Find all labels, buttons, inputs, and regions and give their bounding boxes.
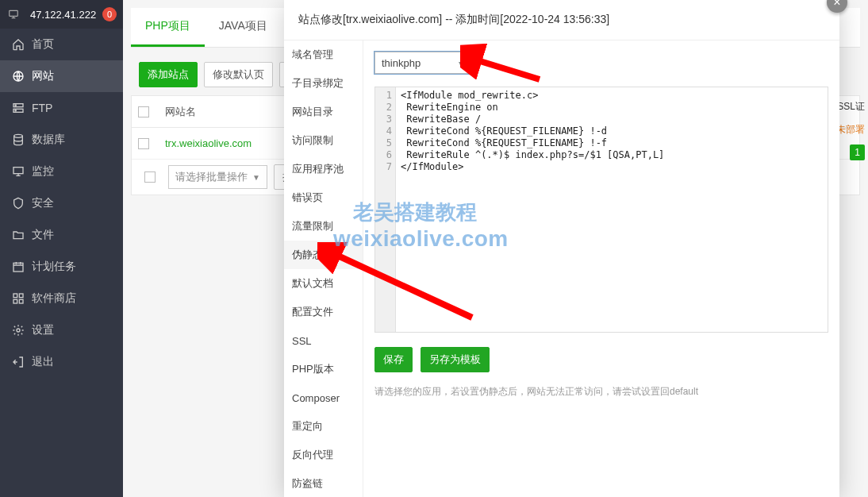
save-as-template-button[interactable]: 另存为模板 <box>421 347 490 372</box>
modal-content: thinkphp ▾ 1 2 3 4 5 6 7 <IfModule mod_r… <box>363 40 839 497</box>
shield-icon <box>11 196 25 210</box>
svg-rect-9 <box>13 294 17 298</box>
sidebar-item-label: 数据库 <box>32 133 65 147</box>
site-name-link[interactable]: trx.weixiaolive.com <box>156 137 261 149</box>
hint-text: 请选择您的应用，若设置伪静态后，网站无法正常访问，请尝试设置回default <box>374 385 828 399</box>
modal-side-item[interactable]: 子目录绑定 <box>284 69 363 98</box>
sidebar-item-label: 网站 <box>32 69 54 83</box>
svg-point-13 <box>17 329 20 332</box>
modal-side-item[interactable]: 重定向 <box>284 412 363 441</box>
sidebar-item-label: 软件商店 <box>32 291 76 306</box>
sidebar-item-label: 文件 <box>32 228 54 242</box>
dropdown-value: thinkphp <box>382 57 421 69</box>
rewrite-template-select[interactable]: thinkphp ▾ <box>374 52 470 74</box>
page-number[interactable]: 1 <box>850 144 865 160</box>
globe-icon <box>11 69 25 83</box>
col-sitename[interactable]: 网站名 <box>156 105 205 119</box>
monitor-icon <box>6 7 21 21</box>
svg-rect-11 <box>13 299 17 303</box>
sidebar-item-globe[interactable]: 网站 <box>0 60 123 92</box>
line-gutter: 1 2 3 4 5 6 7 <box>375 87 396 332</box>
checkbox-all[interactable] <box>138 106 149 118</box>
tab-PHP项目[interactable]: PHP项目 <box>131 8 205 47</box>
sidebar-item-ftp[interactable]: FTP <box>0 92 123 124</box>
sidebar-item-exit[interactable]: 退出 <box>0 346 123 378</box>
sidebar-item-apps[interactable]: 软件商店 <box>0 283 123 314</box>
home-icon <box>11 37 25 52</box>
modal-side-item[interactable]: 反向代理 <box>284 441 363 469</box>
modal-sidebar: 域名管理子目录绑定网站目录访问限制应用程序池错误页流量限制伪静态默认文档配置文件… <box>284 40 363 497</box>
modal-side-item[interactable]: PHP版本 <box>284 355 363 383</box>
code-text[interactable]: <IfModule mod_rewrite.c> RewriteEngine o… <box>396 87 828 332</box>
svg-rect-7 <box>13 168 23 174</box>
edit-default-button[interactable]: 修改默认页 <box>204 62 273 87</box>
sidebar-item-db[interactable]: 数据库 <box>0 124 123 156</box>
svg-rect-10 <box>19 294 23 298</box>
monitor-icon <box>11 164 25 179</box>
chevron-down-icon: ▾ <box>459 59 463 67</box>
modal-side-item[interactable]: 流量限制 <box>284 212 363 241</box>
notification-badge[interactable]: 0 <box>102 7 117 21</box>
exit-icon <box>11 355 25 369</box>
modal-side-item[interactable]: 应用程序池 <box>284 155 363 183</box>
apps-icon <box>11 291 25 306</box>
modal-side-item[interactable]: 错误页 <box>284 183 363 212</box>
checkbox-row[interactable] <box>138 138 149 149</box>
modal-side-item[interactable]: 域名管理 <box>284 40 363 69</box>
save-button[interactable]: 保存 <box>374 347 413 372</box>
sidebar-item-monitor[interactable]: 监控 <box>0 156 123 187</box>
svg-rect-12 <box>19 299 23 303</box>
calendar-icon <box>11 260 25 274</box>
modal-side-item[interactable]: 网站目录 <box>284 98 363 126</box>
svg-point-5 <box>15 110 16 111</box>
modal-side-item[interactable]: SSL <box>284 326 363 355</box>
add-site-button[interactable]: 添加站点 <box>139 62 198 87</box>
folder-icon <box>11 228 25 242</box>
sidebar-item-label: 监控 <box>32 164 54 179</box>
db-icon <box>11 133 25 147</box>
sidebar-item-calendar[interactable]: 计划任务 <box>0 251 123 283</box>
modal-side-item[interactable]: Composer <box>284 383 363 412</box>
bulk-select-label: 请选择批量操作 <box>175 170 248 184</box>
modal-title: 站点修改[trx.weixiaolive.com] -- 添加时间[2022-1… <box>284 0 839 40</box>
site-modify-modal: × 站点修改[trx.weixiaolive.com] -- 添加时间[2022… <box>284 0 839 497</box>
svg-rect-8 <box>13 263 23 272</box>
modal-side-item[interactable]: 配置文件 <box>284 298 363 326</box>
sidebar-header: 47.122.41.222 0 <box>0 0 123 29</box>
sidebar-item-label: 设置 <box>32 323 54 337</box>
close-icon: × <box>833 0 840 10</box>
svg-point-4 <box>15 105 16 106</box>
sidebar-item-label: 退出 <box>32 355 54 369</box>
bulk-select[interactable]: 请选择批量操作 ▼ <box>168 165 267 189</box>
sidebar-item-gear[interactable]: 设置 <box>0 314 123 346</box>
code-editor[interactable]: 1 2 3 4 5 6 7 <IfModule mod_rewrite.c> R… <box>374 87 828 333</box>
modal-side-item[interactable]: 伪静态 <box>284 241 363 269</box>
modal-side-item[interactable]: 默认文档 <box>284 269 363 298</box>
sidebar-item-label: 首页 <box>32 37 54 52</box>
checkbox-footer[interactable] <box>144 171 156 183</box>
ftp-icon <box>11 101 25 115</box>
sidebar-item-folder[interactable]: 文件 <box>0 219 123 251</box>
sidebar-item-home[interactable]: 首页 <box>0 29 123 60</box>
gear-icon <box>11 323 25 337</box>
svg-point-6 <box>14 134 23 137</box>
server-ip: 47.122.41.222 <box>30 9 96 21</box>
modal-side-item[interactable]: 访问限制 <box>284 126 363 155</box>
modal-side-item[interactable]: 防盗链 <box>284 469 363 497</box>
sidebar-item-label: FTP <box>32 102 52 114</box>
chevron-down-icon: ▼ <box>252 173 260 182</box>
svg-rect-0 <box>10 10 18 16</box>
sidebar-item-shield[interactable]: 安全 <box>0 187 123 219</box>
sidebar-item-label: 安全 <box>32 196 54 210</box>
sidebar: 47.122.41.222 0 首页网站FTP数据库监控安全文件计划任务软件商店… <box>0 0 123 497</box>
tab-JAVA项目[interactable]: JAVA项目 <box>205 8 282 47</box>
sidebar-item-label: 计划任务 <box>32 260 76 274</box>
